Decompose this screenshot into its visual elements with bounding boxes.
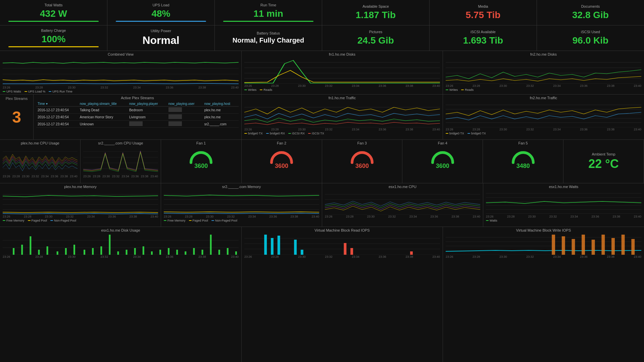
plex-streams-panel: Active Plex Streams Time ▾ now_playing.s… — [34, 95, 242, 139]
svg-rect-103 — [552, 235, 555, 255]
plex-col-time[interactable]: Time ▾ — [36, 101, 79, 107]
stat-bar-total-watts — [8, 21, 99, 22]
svg-rect-63 — [47, 246, 48, 255]
sr2-cpu-panel: sr2._____.com CPU Usage 23:2623:2823:302… — [81, 140, 161, 183]
svg-rect-77 — [168, 248, 169, 255]
combined-view-panel: Combined View 23:2623:2823:3023:3223:342… — [0, 51, 242, 94]
fan3-gauge — [349, 146, 376, 164]
esx1-cpu-panel: esx1.ho.me CPU 23:2623:2823:3023:3223:34… — [322, 183, 483, 227]
fan2-gauge — [268, 146, 295, 164]
memory-row: plex.ho.me Memory 23:2623:2823:3023:3223… — [0, 183, 644, 227]
plex-row2-host: plex.ho.me — [203, 114, 239, 121]
fn1-disks-panel: fn1.ho.me Disks 23:2623:2823:3023:3223:3… — [242, 51, 443, 94]
svg-rect-96 — [350, 248, 353, 255]
fn1-disks-xaxis: 23:2623:2823:3023:3223:3423:3623:3823:40 — [244, 84, 440, 87]
stat-value-available-space: 1.187 Tib — [356, 10, 396, 20]
legend-ups-load: UPS Load % — [24, 90, 46, 93]
plex-memory-xaxis: 23:2623:2823:3023:3223:3423:3623:3823:40 — [3, 215, 158, 218]
stat-value-battery-status: Normal, Fully Charged — [233, 37, 304, 44]
esx1-watts-panel: esx1.ho.me Watts 23:2623:2823:3023:3223:… — [483, 183, 644, 227]
esx1-disk-xaxis: 23:2623:2823:3023:3223:3423:3623:3823:40 — [3, 255, 239, 258]
esx1-disk-title: esx1.ho.me Disk Usage — [3, 228, 239, 232]
plex-col-host: now_playing.host — [203, 101, 239, 107]
svg-rect-61 — [30, 236, 31, 255]
stat-battery-status: Battery Status Normal, Fully Charged — [215, 25, 322, 51]
svg-rect-76 — [159, 250, 161, 255]
ambient-title: Ambient Temp — [592, 152, 615, 156]
svg-rect-83 — [218, 250, 220, 255]
svg-rect-107 — [592, 240, 595, 255]
plex-streams-label: Plex Streams — [6, 96, 28, 101]
svg-rect-75 — [151, 251, 153, 255]
fan5-gauge — [510, 146, 537, 164]
stat-pictures: Pictures 24.5 Gib — [322, 25, 430, 51]
vm-write-iops-title: Virtual Machine Block Write IOPS — [446, 228, 641, 232]
plex-row1-player: Bedroom — [128, 107, 167, 114]
fn2-disks-panel: fn2.ho.me Disks 23:2623:2823:3023:3223:3… — [443, 51, 644, 94]
vm-read-iops-xaxis: 23:2623:2823:3023:3223:3423:3623:3823:40 — [244, 255, 440, 258]
fan1-gauge — [188, 146, 214, 164]
combined-view-legend: UPS Watts UPS Load % UPS Run Time — [3, 90, 239, 93]
svg-rect-82 — [210, 235, 212, 255]
table-row: 2016-12-17 23:40:54 Talking Dead Bedroom… — [36, 107, 239, 114]
plex-streams-title: Active Plex Streams — [36, 96, 239, 100]
fan2-value: 3600 — [275, 163, 288, 170]
ambient-panel: Ambient Temp 22 °C — [563, 140, 644, 183]
stat-value-documents: 32.8 Gib — [572, 10, 609, 20]
fn1-disks-title: fn1.ho.me Disks — [244, 52, 440, 56]
fan3-panel: Fan 3 3600 — [322, 140, 403, 183]
plex-cpu-chart — [3, 146, 78, 174]
fn1-traffic-legend: bridge0 TX bridge0 RX iSCSI RX iSCSI TX — [244, 132, 440, 135]
svg-rect-94 — [301, 250, 303, 255]
fan2-title: Fan 2 — [277, 141, 286, 145]
stat-label-iscsi-used: iSCSI Used — [581, 30, 600, 34]
plex-row1-time: 2016-12-17 23:40:54 — [36, 107, 79, 114]
vm-read-iops-title: Virtual Machine Block Read IOPS — [244, 228, 440, 232]
stat-value-ups-load: 48% — [151, 8, 170, 19]
plex-row3-user — [167, 121, 203, 128]
fan5-title: Fan 5 — [518, 141, 528, 145]
svg-rect-84 — [227, 248, 229, 255]
plex-memory-legend: Free Memory Paged Pool Non-Paged Pool — [3, 219, 158, 222]
diskusage-row: esx1.ho.me Disk Usage — [0, 227, 644, 362]
stat-media: Media 5.75 Tib — [430, 0, 537, 25]
stat-label-battery-charge: Battery Charge — [41, 28, 66, 33]
plex-row3-time: 2016-12-17 23:40:54 — [36, 121, 79, 128]
fn2-traffic-chart — [446, 101, 641, 127]
sr2-cpu-chart — [83, 146, 158, 174]
stat-label-available-space: Available Space — [362, 4, 389, 8]
fn1-disks-chart — [244, 57, 440, 84]
legend-ups-watts: UPS Watts — [3, 90, 21, 93]
plex-col-user: now_playing.user — [167, 101, 203, 107]
stat-label-ups-load: UPS Load — [152, 3, 169, 7]
fn2-traffic-title: fn2.ho.me Traffic — [446, 96, 641, 100]
fn2-disks-xaxis: 23:2623:2823:3023:3223:3423:3623:3823:40 — [446, 84, 641, 87]
stat-value-pictures: 24.5 Gib — [357, 35, 394, 46]
plex-table: Time ▾ now_playing.stream_title now_play… — [36, 101, 239, 128]
stat-utility-power: Utility Power Normal — [107, 25, 215, 51]
combined-view-xaxis: 23:2623:2823:3023:3223:3423:3623:3823:40 — [3, 86, 239, 89]
svg-rect-60 — [21, 245, 23, 255]
plex-row2-user — [167, 114, 203, 121]
plex-row3-title: Unknown — [79, 121, 128, 128]
stat-label-pictures: Pictures — [369, 30, 383, 34]
stats-row-2: Battery Charge 100% Utility Power Normal… — [0, 25, 644, 51]
plex-cpu-panel: plex.ho.me CPU Usage 23:2623:2823:3023:3… — [0, 140, 81, 183]
stats-row-1: Total Watts 432 W UPS Load 48% Run Time … — [0, 0, 644, 25]
sr2-memory-xaxis: 23:2623:2823:3023:3223:3423:3623:3823:40 — [164, 215, 319, 218]
svg-rect-91 — [271, 238, 274, 255]
stat-value-iscsi-available: 1.693 Tib — [463, 35, 503, 46]
fn2-disks-legend: Writes Reads — [446, 88, 641, 92]
svg-rect-85 — [235, 251, 237, 255]
plex-col-title: now_playing.stream_title — [79, 101, 128, 107]
svg-rect-65 — [65, 248, 67, 255]
esx1-watts-xaxis: 23:2623:2823:3023:3223:3423:3623:3823:40 — [486, 215, 641, 218]
stat-label-total-watts: Total Watts — [45, 3, 63, 7]
stat-value-iscsi-used: 96.0 Kib — [573, 35, 608, 46]
stat-label-documents: Documents — [581, 4, 600, 8]
svg-rect-69 — [100, 246, 102, 255]
plex-memory-panel: plex.ho.me Memory 23:2623:2823:3023:3223… — [0, 183, 161, 227]
stat-value-media: 5.75 Tib — [466, 10, 501, 20]
fan2-panel: Fan 2 3600 — [242, 140, 322, 183]
cpu-row: plex.ho.me CPU Usage 23:2623:2823:3023:3… — [0, 140, 644, 183]
